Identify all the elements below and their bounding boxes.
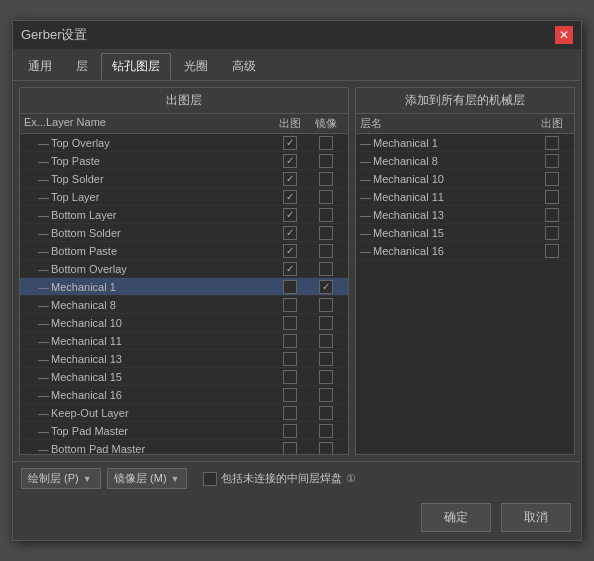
left-layer-row[interactable]: —Mechanical 10 bbox=[20, 314, 348, 332]
right-output-checkbox[interactable] bbox=[545, 136, 559, 150]
right-layer-row[interactable]: —Mechanical 10 bbox=[356, 170, 574, 188]
right-output-checkbox[interactable] bbox=[545, 154, 559, 168]
right-layer-row[interactable]: —Mechanical 8 bbox=[356, 152, 574, 170]
left-layer-row[interactable]: —Bottom Paste bbox=[20, 242, 348, 260]
right-output-checkbox[interactable] bbox=[545, 244, 559, 258]
output-checkbox[interactable] bbox=[283, 190, 297, 204]
output-checkbox[interactable] bbox=[283, 172, 297, 186]
mirror-checkbox[interactable] bbox=[319, 388, 333, 402]
output-checkbox[interactable] bbox=[283, 406, 297, 420]
left-layer-row[interactable]: —Bottom Overlay bbox=[20, 260, 348, 278]
cancel-button[interactable]: 取消 bbox=[501, 503, 571, 532]
mirror-checkbox[interactable] bbox=[319, 280, 333, 294]
left-layer-row[interactable]: —Mechanical 16 bbox=[20, 386, 348, 404]
right-layer-name: Mechanical 16 bbox=[373, 245, 534, 257]
output-checkbox[interactable] bbox=[283, 136, 297, 150]
ok-button[interactable]: 确定 bbox=[421, 503, 491, 532]
tab-general[interactable]: 通用 bbox=[17, 53, 63, 80]
output-checkbox[interactable] bbox=[283, 154, 297, 168]
right-layer-row[interactable]: —Mechanical 13 bbox=[356, 206, 574, 224]
mirror-checkbox[interactable] bbox=[319, 424, 333, 438]
mirror-checkbox[interactable] bbox=[319, 190, 333, 204]
left-layer-row[interactable]: —Top Solder bbox=[20, 170, 348, 188]
output-checkbox[interactable] bbox=[283, 334, 297, 348]
mirror-checkbox[interactable] bbox=[319, 316, 333, 330]
button-row: 确定 取消 bbox=[13, 495, 581, 540]
left-layer-row[interactable]: —Top Overlay bbox=[20, 134, 348, 152]
close-button[interactable]: ✕ bbox=[555, 26, 573, 44]
mirror-checkbox[interactable] bbox=[319, 334, 333, 348]
layer-name: Bottom Overlay bbox=[51, 263, 272, 275]
draw-layer-dropdown[interactable]: 绘制层 (P) ▼ bbox=[21, 468, 101, 489]
output-checkbox[interactable] bbox=[283, 244, 297, 258]
mirror-checkbox[interactable] bbox=[319, 208, 333, 222]
mirror-checkbox[interactable] bbox=[319, 406, 333, 420]
output-checkbox[interactable] bbox=[283, 442, 297, 455]
tab-drill[interactable]: 钻孔图层 bbox=[101, 53, 171, 80]
right-layer-list[interactable]: —Mechanical 1—Mechanical 8—Mechanical 10… bbox=[356, 134, 574, 454]
output-checkbox[interactable] bbox=[283, 208, 297, 222]
right-output-checkbox[interactable] bbox=[545, 172, 559, 186]
left-layer-row[interactable]: —Mechanical 15 bbox=[20, 368, 348, 386]
left-layer-row[interactable]: —Top Layer bbox=[20, 188, 348, 206]
output-checkbox[interactable] bbox=[283, 316, 297, 330]
tab-advanced[interactable]: 高级 bbox=[221, 53, 267, 80]
left-layer-row[interactable]: —Keep-Out Layer bbox=[20, 404, 348, 422]
dialog-title: Gerber设置 bbox=[21, 26, 87, 44]
right-layer-row[interactable]: —Mechanical 1 bbox=[356, 134, 574, 152]
layer-dash: — bbox=[38, 371, 49, 383]
mirror-checkbox[interactable] bbox=[319, 172, 333, 186]
content-area: 出图层 Ex... Layer Name 出图 镜像 —Top Overlay—… bbox=[13, 81, 581, 461]
left-layer-row[interactable]: —Top Pad Master bbox=[20, 422, 348, 440]
include-checkbox-container: 包括未连接的中间层焊盘 ① bbox=[203, 471, 356, 486]
right-layer-row[interactable]: —Mechanical 15 bbox=[356, 224, 574, 242]
left-layer-row[interactable]: —Bottom Layer bbox=[20, 206, 348, 224]
layer-dash: — bbox=[360, 155, 371, 167]
right-layer-row[interactable]: —Mechanical 11 bbox=[356, 188, 574, 206]
output-checkbox[interactable] bbox=[283, 298, 297, 312]
mirror-checkbox[interactable] bbox=[319, 244, 333, 258]
r-col-name-header: 层名 bbox=[360, 116, 534, 131]
mirror-checkbox[interactable] bbox=[319, 154, 333, 168]
output-checkbox[interactable] bbox=[283, 280, 297, 294]
output-checkbox[interactable] bbox=[283, 262, 297, 276]
layer-name: Mechanical 8 bbox=[51, 299, 272, 311]
right-panel-header: 添加到所有层的机械层 bbox=[356, 88, 574, 114]
layer-dash: — bbox=[38, 263, 49, 275]
mirror-checkbox[interactable] bbox=[319, 442, 333, 455]
right-layer-name: Mechanical 10 bbox=[373, 173, 534, 185]
right-layer-name: Mechanical 13 bbox=[373, 209, 534, 221]
include-label: 包括未连接的中间层焊盘 bbox=[221, 471, 342, 486]
left-layer-row[interactable]: —Bottom Pad Master bbox=[20, 440, 348, 454]
right-output-checkbox[interactable] bbox=[545, 190, 559, 204]
tab-aperture[interactable]: 光圈 bbox=[173, 53, 219, 80]
output-checkbox[interactable] bbox=[283, 226, 297, 240]
left-layer-row[interactable]: —Mechanical 11 bbox=[20, 332, 348, 350]
right-output-checkbox[interactable] bbox=[545, 226, 559, 240]
layer-name: Keep-Out Layer bbox=[51, 407, 272, 419]
mirror-checkbox[interactable] bbox=[319, 370, 333, 384]
include-checkbox[interactable] bbox=[203, 472, 217, 486]
mirror-checkbox[interactable] bbox=[319, 226, 333, 240]
output-checkbox[interactable] bbox=[283, 424, 297, 438]
left-layer-row[interactable]: —Mechanical 8 bbox=[20, 296, 348, 314]
layer-dash: — bbox=[38, 281, 49, 293]
mirror-checkbox[interactable] bbox=[319, 298, 333, 312]
left-layer-list[interactable]: —Top Overlay—Top Paste—Top Solder—Top La… bbox=[20, 134, 348, 454]
right-layer-row[interactable]: —Mechanical 16 bbox=[356, 242, 574, 260]
output-checkbox[interactable] bbox=[283, 388, 297, 402]
output-checkbox[interactable] bbox=[283, 352, 297, 366]
left-layer-row[interactable]: —Mechanical 13 bbox=[20, 350, 348, 368]
right-layer-name: Mechanical 15 bbox=[373, 227, 534, 239]
left-layer-row[interactable]: —Top Paste bbox=[20, 152, 348, 170]
tab-layer[interactable]: 层 bbox=[65, 53, 99, 80]
left-layer-row[interactable]: —Mechanical 1 bbox=[20, 278, 348, 296]
left-layer-row[interactable]: —Bottom Solder bbox=[20, 224, 348, 242]
mirror-checkbox[interactable] bbox=[319, 262, 333, 276]
right-output-checkbox[interactable] bbox=[545, 208, 559, 222]
mirror-checkbox[interactable] bbox=[319, 352, 333, 366]
mirror-layer-dropdown[interactable]: 镜像层 (M) ▼ bbox=[107, 468, 187, 489]
layer-name: Top Solder bbox=[51, 173, 272, 185]
output-checkbox[interactable] bbox=[283, 370, 297, 384]
mirror-checkbox[interactable] bbox=[319, 136, 333, 150]
